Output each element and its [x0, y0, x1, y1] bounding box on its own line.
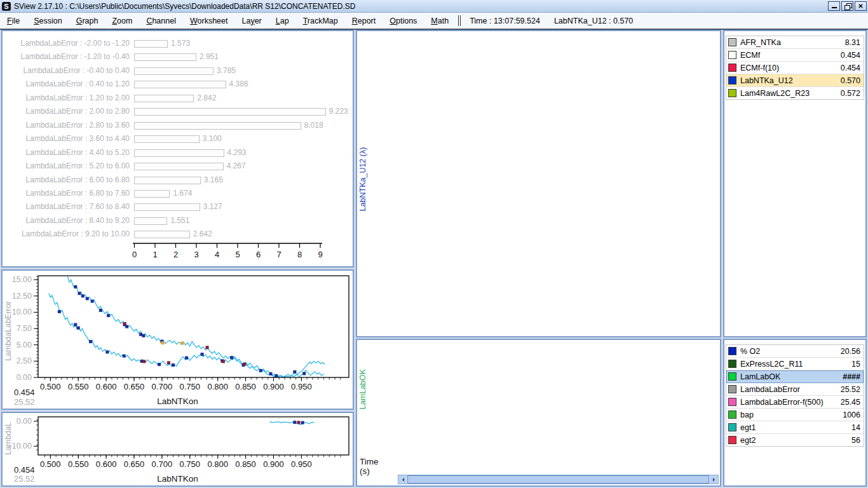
channel-color-swatch [728, 51, 736, 59]
histogram-row[interactable]: LambdaLabError : -1.20 to -0.402.951 [3, 52, 353, 62]
channel-value: 8.31 [845, 38, 860, 47]
menu-item-report[interactable]: Report [345, 17, 383, 25]
histogram-row[interactable]: LambdaLabError : 8.40 to 9.201.551 [3, 216, 353, 226]
histogram-row[interactable]: LambdaLabError : 2.80 to 3.608.018 [3, 121, 353, 130]
svg-text:0.850: 0.850 [235, 382, 256, 391]
scrollbar-left-arrow-icon[interactable] [398, 475, 407, 484]
svg-text:0.900: 0.900 [263, 382, 284, 391]
svg-text:8: 8 [297, 250, 302, 259]
restore-button[interactable] [841, 1, 853, 11]
channel-row[interactable]: Lam4RawL2C_R230.572 [726, 87, 864, 99]
histogram-bar [134, 163, 224, 170]
histogram-bar-value: 8.018 [304, 121, 323, 130]
svg-text:0.650: 0.650 [124, 459, 145, 469]
menu-item-channel[interactable]: Channel [139, 17, 183, 25]
channel-list-top: AFR_NTKa8.31ECMf0.454ECMf-f(10)0.454LabN… [726, 36, 864, 100]
svg-text:5.00: 5.00 [17, 341, 32, 349]
histogram-bin-label: LambdaLabError : 6.80 to 7.60 [3, 189, 130, 198]
scrollbar-right-arrow-icon[interactable] [710, 475, 718, 484]
main-chart-panel[interactable]: LabNTKa_U12 (λ) [356, 30, 721, 337]
channel-row[interactable]: egt256 [726, 434, 864, 446]
svg-text:6: 6 [256, 250, 261, 259]
histogram-bar-value: 3.127 [203, 202, 222, 211]
svg-text:0.00: 0.00 [17, 417, 32, 426]
channel-row[interactable]: AFR_NTKa8.31 [726, 36, 864, 49]
mini-scatter-panel[interactable]: 0.00-10.000.5000.5500.6000.6500.7000.750… [1, 412, 354, 487]
menu-item-lap[interactable]: Lap [269, 17, 296, 25]
svg-text:12.50: 12.50 [12, 292, 32, 301]
scatter-chart[interactable]: 15.0012.5010.007.505.002.500.000.5000.55… [3, 271, 353, 409]
channel-name: Lam4RawL2C_R23 [740, 89, 841, 98]
channel-value: #### [843, 372, 860, 381]
channel-row[interactable]: LambdaLabError25.52 [726, 383, 864, 396]
svg-text:15.00: 15.00 [12, 275, 32, 284]
histogram-bar [134, 81, 226, 88]
minimize-button[interactable] [828, 1, 840, 11]
sview-window: { "window": { "icon_letter": "S", "title… [0, 0, 868, 488]
channel-row[interactable]: bap1006 [726, 409, 864, 421]
app-icon: S [2, 2, 11, 11]
title-bar[interactable]: S SView 2.17.10 : C:\Users\Public\Docume… [0, 0, 868, 13]
menu-item-options[interactable]: Options [383, 17, 424, 25]
svg-text:2.50: 2.50 [17, 356, 32, 365]
menu-item-layer[interactable]: Layer [234, 17, 268, 25]
channel-row[interactable]: LamLabOK#### [726, 370, 864, 383]
channel-row[interactable]: ECMf-f(10)0.454 [726, 62, 864, 74]
menu-item-zoom[interactable]: Zoom [105, 17, 139, 25]
svg-text:0.900: 0.900 [263, 459, 284, 469]
histogram-row[interactable]: LambdaLabError : 3.60 to 4.403.100 [3, 134, 353, 144]
histogram-row[interactable]: LambdaLabError : 7.60 to 8.403.127 [3, 202, 353, 212]
channel-row[interactable]: egt114 [726, 421, 864, 434]
channel-value: 56 [851, 436, 860, 445]
histogram-bin-label: LambdaLabError : -2.00 to -1.20 [3, 39, 130, 48]
svg-text:0.750: 0.750 [180, 382, 201, 391]
channel-row[interactable]: LabNTKa_U120.570 [726, 74, 864, 87]
bottom-chart-panel[interactable]: LamLabOK Time (s) [356, 339, 721, 487]
svg-text:0.500: 0.500 [40, 382, 61, 391]
svg-text:1: 1 [153, 250, 157, 259]
menu-item-trackmap[interactable]: TrackMap [296, 17, 345, 25]
channel-color-swatch [728, 436, 736, 444]
histogram-row[interactable]: LambdaLabError : 6.80 to 7.601.674 [3, 189, 353, 198]
time-scrollbar[interactable] [398, 475, 719, 484]
histogram-axis: 0123456789 [3, 238, 353, 266]
channel-row[interactable]: ExPressL2C_R1115 [726, 358, 864, 370]
histogram-row[interactable]: LambdaLabError : 6.00 to 6.803.165 [3, 175, 353, 185]
histogram-bin-label: LambdaLabError : 9.20 to 10.00 [3, 229, 130, 238]
menu-item-file[interactable]: File [0, 17, 27, 25]
svg-text:5: 5 [235, 250, 240, 259]
menu-item-worksheet[interactable]: Worksheet [183, 17, 235, 25]
histogram-bin-label: LambdaLabError : 3.60 to 4.40 [3, 134, 130, 143]
menu-item-session[interactable]: Session [27, 17, 69, 25]
channel-row[interactable]: LambdaLabError-f(500)25.45 [726, 396, 864, 409]
channel-row[interactable]: % O220.56 [726, 345, 864, 358]
histogram-bar-value: 4.293 [227, 148, 247, 157]
menu-item-graph[interactable]: Graph [69, 17, 105, 25]
svg-text:0.950: 0.950 [291, 459, 312, 469]
histogram-row[interactable]: LambdaLabError : 5.20 to 6.004.267 [3, 161, 353, 171]
channel-name: ECMf [740, 51, 841, 60]
menu-separator [458, 15, 461, 26]
lambda-trace-chart[interactable] [357, 31, 720, 336]
scatter-xlabel: LabNTKon [3, 396, 353, 406]
menu-item-math[interactable]: Math [424, 17, 456, 25]
scrollbar-thumb[interactable] [407, 475, 709, 484]
scatter-cursor-value: 0.454 [14, 388, 35, 397]
close-button[interactable]: ✕ [855, 1, 867, 11]
channel-name: egt1 [740, 423, 851, 432]
scatter-panel[interactable]: 15.0012.5010.007.505.002.500.000.5000.55… [1, 269, 354, 410]
lamlabok-chart[interactable] [357, 340, 720, 485]
svg-text:0: 0 [132, 250, 137, 259]
histogram-row[interactable]: LambdaLabError : 2.00 to 2.809.223 [3, 107, 353, 116]
channel-value: 20.56 [841, 347, 860, 356]
window-title: SView 2.17.10 : C:\Users\Public\Document… [14, 2, 356, 11]
histogram-row[interactable]: LambdaLabError : -2.00 to -1.201.573 [3, 39, 353, 48]
channel-row[interactable]: ECMf0.454 [726, 49, 864, 62]
histogram-row[interactable]: LambdaLabError : -0.40 to 0.403.785 [3, 66, 353, 76]
histogram-bar-value: 3.785 [217, 66, 236, 75]
channel-value: 25.52 [841, 385, 860, 394]
histogram-row[interactable]: LambdaLabError : 1.20 to 2.002.842 [3, 93, 353, 103]
histogram-row[interactable]: LambdaLabError : 0.40 to 1.204.386 [3, 79, 353, 89]
histogram-bar [134, 108, 326, 116]
histogram-row[interactable]: LambdaLabError : 4.40 to 5.204.293 [3, 148, 353, 158]
